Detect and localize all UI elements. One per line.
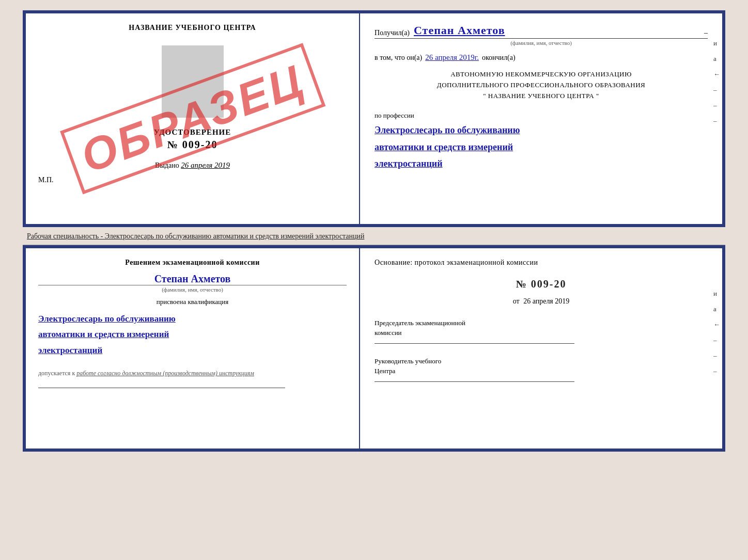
okonchil-label: окончил(а) — [482, 54, 516, 62]
org-line1: АВТОНОМНУЮ НЕКОММЕРЧЕСКУЮ ОРГАНИЗАЦИЮ — [375, 69, 708, 80]
profession-line1: Электрослесарь по обслуживанию — [375, 122, 708, 138]
top-left-panel: НАЗВАНИЕ УЧЕБНОГО ЦЕНТРА УДОСТОВЕРЕНИЕ №… — [26, 13, 360, 224]
document-wrapper: НАЗВАНИЕ УЧЕБНОГО ЦЕНТРА УДОСТОВЕРЕНИЕ №… — [23, 10, 725, 452]
po-professii-label: по профессии — [375, 111, 708, 120]
profession-block: по профессии Электрослесарь по обслужива… — [375, 111, 708, 172]
side-marks-top: и а ← – – – — [713, 39, 720, 125]
poluchil-line: Получил(а) Степан Ахметов – — [375, 24, 708, 39]
org-line2: ДОПОЛНИТЕЛЬНОГО ПРОФЕССИОНАЛЬНОГО ОБРАЗО… — [375, 80, 708, 91]
dopuskaetsya-label: допускается к — [38, 370, 75, 377]
bottom-document: Решением экзаменационной комиссии Степан… — [23, 245, 725, 452]
top-left-title: НАЗВАНИЕ УЧЕБНОГО ЦЕНТРА — [129, 24, 256, 32]
vtom-date: 26 апреля 2019г. — [425, 53, 479, 62]
bottom-fio-hint: (фамилия, имя, отчество) — [38, 285, 347, 293]
poluchil-label: Получил(а) — [375, 29, 410, 37]
mp-label: М.П. — [38, 176, 54, 184]
side-marks-bottom: и а ← – – – — [713, 290, 720, 375]
kvalif-line3: электростанций — [38, 343, 347, 359]
dopuskaetsya-block: допускается к работе согласно должностны… — [38, 370, 347, 377]
recipient-section: Получил(а) Степан Ахметов – (фамилия, им… — [375, 24, 708, 46]
org-block: АВТОНОМНУЮ НЕКОММЕРЧЕСКУЮ ОРГАНИЗАЦИЮ ДО… — [375, 69, 708, 101]
ot-date-value: 26 апреля 2019 — [523, 297, 569, 305]
photo-placeholder — [162, 45, 224, 118]
rukovoditel-sig-line — [375, 381, 574, 382]
predsedatel-line1: Председатель экзаменационной — [375, 318, 708, 328]
dopuskaetsya-value: работе согласно должностным (производств… — [76, 370, 254, 377]
vydano-line: Выдано 26 апреля 2019 — [155, 161, 230, 170]
certificate-block: УДОСТОВЕРЕНИЕ № 009-20 — [154, 128, 231, 151]
middle-specialty-text: Рабочая специальность - Электрослесарь п… — [23, 227, 725, 245]
rukovoditel-block: Руководитель учебного Центра — [375, 356, 708, 382]
vtom-line: в том, что он(а) 26 апреля 2019г. окончи… — [375, 53, 708, 62]
predsedatel-block: Председатель экзаменационной комиссии — [375, 318, 708, 344]
bottom-left-panel: Решением экзаменационной комиссии Степан… — [26, 248, 360, 449]
top-document: НАЗВАНИЕ УЧЕБНОГО ЦЕНТРА УДОСТОВЕРЕНИЕ №… — [23, 10, 725, 227]
certificate-number: № 009-20 — [154, 139, 231, 151]
fio-hint-top: (фамилия, имя, отчество) — [375, 40, 708, 46]
resheniem-text: Решением экзаменационной комиссии — [38, 259, 347, 267]
bottom-left-sig-line — [38, 388, 285, 388]
protocol-number: № 009-20 — [375, 278, 708, 290]
ot-label: от — [513, 297, 520, 305]
predsedatel-sig-line — [375, 343, 574, 344]
org-line3: " НАЗВАНИЕ УЧЕБНОГО ЦЕНТРА " — [375, 91, 708, 102]
bottom-name-section: Степан Ахметов (фамилия, имя, отчество) — [38, 272, 347, 293]
bottom-recipient-name: Степан Ахметов — [38, 273, 347, 285]
vydano-label: Выдано — [155, 162, 179, 169]
profession-line3: электростанций — [375, 155, 708, 172]
vydano-date: 26 апреля 2019 — [181, 161, 230, 169]
kvalif-line1: Электрослесарь по обслуживанию — [38, 311, 347, 327]
rukovoditel-line1: Руководитель учебного — [375, 356, 708, 366]
bottom-right-panel: Основание: протокол экзаменационной коми… — [360, 248, 722, 449]
ot-date: от 26 апреля 2019 — [375, 297, 708, 306]
rukovoditel-line2: Центра — [375, 366, 708, 376]
recipient-name: Степан Ахметов — [414, 24, 505, 37]
bottom-qualification-block: Электрослесарь по обслуживанию автоматик… — [38, 311, 347, 359]
top-right-panel: Получил(а) Степан Ахметов – (фамилия, им… — [360, 13, 722, 224]
prisvoena-text: присвоена квалификация — [38, 298, 347, 306]
osnovanie-text: Основание: протокол экзаменационной коми… — [375, 259, 708, 267]
kvalif-line2: автоматики и средств измерений — [38, 327, 347, 343]
certificate-label: УДОСТОВЕРЕНИЕ — [154, 128, 231, 137]
profession-line2: автоматики и средств измерений — [375, 139, 708, 155]
predsedatel-line2: комиссии — [375, 328, 708, 338]
vtom-label: в том, что он(а) — [375, 54, 422, 62]
